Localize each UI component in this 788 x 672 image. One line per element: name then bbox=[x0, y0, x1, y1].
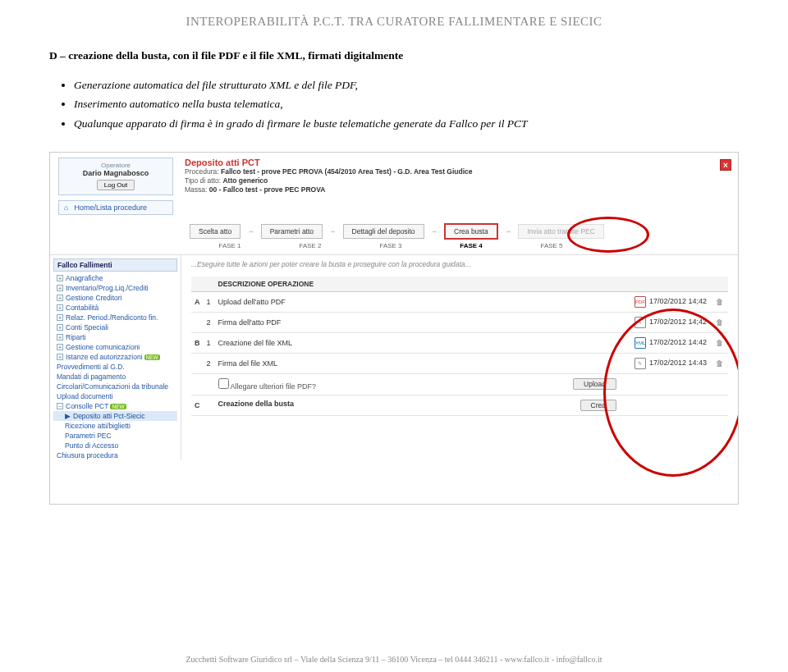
sidebar-item[interactable]: Chiusura procedura bbox=[53, 450, 177, 460]
page-header: INTEROPERABILITÀ P.C.T. TRA CURATORE FAL… bbox=[0, 15, 788, 29]
pdf-icon[interactable]: PDF bbox=[635, 296, 646, 308]
hint-text: ...Eseguire tutte le azioni per poter cr… bbox=[191, 260, 728, 268]
sidebar-item[interactable]: +Istanze ed autorizzazioniNEW bbox=[53, 352, 177, 362]
sidebar-item[interactable]: Ricezione atti/biglietti bbox=[53, 421, 177, 431]
trash-icon[interactable]: 🗑 bbox=[716, 339, 723, 347]
sidebar-item[interactable]: +Gestione Creditori bbox=[53, 293, 177, 303]
sidebar-item[interactable]: Circolari/Comunicazioni da tribunale bbox=[53, 382, 177, 391]
phase-label: FASE 2 bbox=[270, 242, 350, 249]
sidebar-item[interactable]: +Gestione comunicazioni bbox=[53, 342, 177, 352]
phase-label: FASE 3 bbox=[350, 242, 431, 249]
operations-table: DESCRIZIONE OPERAZIONE A1Upload dell'att… bbox=[191, 277, 728, 416]
wizard-step-4[interactable]: Crea busta bbox=[444, 223, 498, 240]
logout-button[interactable]: Log Out bbox=[97, 180, 135, 190]
home-link[interactable]: ⌂ Home/Lista procedure bbox=[58, 200, 173, 215]
sidebar-item[interactable]: +Relaz. Period./Rendiconto fin. bbox=[53, 313, 177, 322]
wizard-step-2[interactable]: Parametri atto bbox=[261, 224, 323, 239]
home-icon: ⌂ bbox=[64, 203, 72, 212]
table-header-desc: DESCRIZIONE OPERAZIONE bbox=[215, 277, 621, 292]
phase-label: FASE 5 bbox=[511, 242, 592, 249]
xml-icon[interactable]: XML bbox=[635, 337, 646, 349]
bullet-list: Generazione automatica del file struttur… bbox=[74, 76, 739, 133]
operator-box: Operatore Dario Magnabosco Log Out bbox=[58, 158, 173, 194]
massa-label: Massa: bbox=[185, 185, 207, 194]
app-screenshot: × Operatore Dario Magnabosco Log Out Dep… bbox=[49, 152, 739, 505]
phase-label: FASE 4 bbox=[431, 242, 511, 249]
operator-label: Operatore bbox=[66, 162, 166, 169]
home-link-label: Home/Lista procedure bbox=[75, 203, 148, 212]
tipo-label: Tipo di atto: bbox=[185, 176, 221, 185]
deposit-header: Deposito atti PCT Procedura: Fallco test… bbox=[185, 158, 473, 194]
arrow-icon: → bbox=[498, 227, 519, 235]
sidebar: Fallco Fallimenti +Anagrafiche+Inventari… bbox=[50, 255, 181, 460]
deposit-title: Deposito atti PCT bbox=[185, 158, 473, 167]
sidebar-item[interactable]: +Conti Speciali bbox=[53, 322, 177, 332]
arrow-icon: → bbox=[241, 227, 261, 235]
wizard-phase-labels: FASE 1 FASE 2 FASE 3 FASE 4 FASE 5 bbox=[190, 242, 738, 249]
arrow-icon: → bbox=[323, 227, 343, 235]
sidebar-item[interactable]: ▶Deposito atti Pct-Siecic bbox=[53, 411, 177, 421]
table-row: A1Upload dell'atto PDFPDF17/02/2012 14;4… bbox=[191, 291, 728, 312]
wizard-step-3[interactable]: Dettagli del deposito bbox=[343, 224, 424, 239]
wizard-step-5: Invia atto tramite PEC bbox=[518, 224, 604, 239]
procedura-label: Procedura: bbox=[185, 167, 219, 176]
sidebar-item[interactable]: +Riparti bbox=[53, 332, 177, 342]
sidebar-item[interactable]: Mandati di pagamento bbox=[53, 372, 177, 382]
sidebar-item[interactable]: Provvedimenti al G.D. bbox=[53, 362, 177, 372]
sidebar-item[interactable]: Upload documenti bbox=[53, 391, 177, 401]
attach-more-checkbox[interactable] bbox=[218, 378, 229, 389]
wizard-steps: Scelta atto→ Parametri atto→ Dettagli de… bbox=[190, 223, 738, 240]
trash-icon[interactable]: 🗑 bbox=[716, 318, 723, 327]
close-icon[interactable]: × bbox=[720, 159, 731, 171]
create-busta-label: Creazione della busta bbox=[218, 400, 295, 408]
create-button[interactable]: Crea bbox=[580, 400, 616, 411]
sidebar-item[interactable]: +Contabilità bbox=[53, 303, 177, 313]
sidebar-item[interactable]: +Anagrafiche bbox=[53, 273, 177, 283]
group-label-c: C bbox=[191, 395, 204, 415]
sidebar-item[interactable]: Parametri PEC bbox=[53, 431, 177, 441]
trash-icon[interactable]: 🗑 bbox=[716, 298, 723, 306]
sidebar-title: Fallco Fallimenti bbox=[53, 258, 177, 272]
sidebar-item[interactable]: −Consolle PCTNEW bbox=[53, 401, 177, 411]
trash-icon[interactable]: 🗑 bbox=[716, 359, 723, 368]
attach-more-label: Allegare ulteriori file PDF? bbox=[231, 382, 317, 391]
table-row: B1Creazione del file XMLXML17/02/2012 14… bbox=[191, 332, 728, 353]
sig-icon[interactable]: ✎ bbox=[635, 317, 646, 328]
procedura-value: Fallco test - prove PEC PROVA (454/2010 … bbox=[221, 167, 473, 176]
bullet-item: Qualunque apparato di firma è in grado d… bbox=[74, 115, 739, 133]
content-area: ...Eseguire tutte le azioni per poter cr… bbox=[181, 255, 738, 460]
phase-label: FASE 1 bbox=[190, 242, 270, 249]
section-title: D – creazione della busta, con il file P… bbox=[49, 47, 739, 65]
bullet-item: Generazione automatica del file struttur… bbox=[74, 76, 739, 94]
table-row: 2Firma dell'atto PDF✎17/02/2012 14;42🗑 bbox=[191, 312, 728, 332]
sig-icon[interactable]: ✎ bbox=[635, 358, 646, 369]
tipo-value: Atto generico bbox=[222, 176, 268, 185]
page-footer: Zucchetti Software Giuridico srl – Viale… bbox=[0, 655, 788, 664]
sidebar-item[interactable]: Punto di Accesso bbox=[53, 441, 177, 450]
upload-button[interactable]: Upload bbox=[573, 378, 616, 390]
bullet-item: Inserimento automatico nella busta telem… bbox=[74, 95, 739, 113]
operator-name: Dario Magnabosco bbox=[66, 169, 166, 177]
wizard-step-1[interactable]: Scelta atto bbox=[190, 224, 241, 239]
arrow-icon: → bbox=[424, 227, 445, 235]
sidebar-item[interactable]: +Inventario/Prog.Liq./Crediti bbox=[53, 283, 177, 293]
massa-value: 00 - Fallco test - prove PEC PROVA bbox=[209, 185, 326, 194]
table-row: 2Firma del file XML✎17/02/2012 14:43🗑 bbox=[191, 353, 728, 373]
